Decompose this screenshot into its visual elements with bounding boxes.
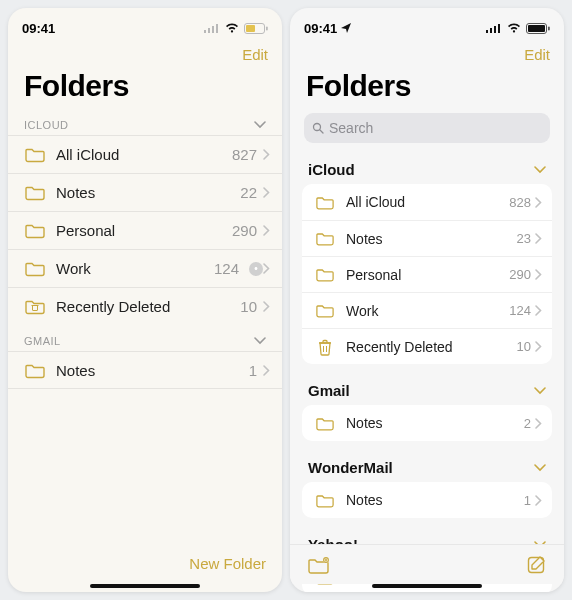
folder-count: 10 [240,298,257,315]
account-group: WonderMailNotes1 [302,451,552,518]
folder-count: 124 [214,260,239,277]
folder-label: Personal [56,222,232,239]
chevron-right-icon [263,225,270,236]
wifi-icon [225,23,239,33]
status-bar: 09:41 [8,8,282,42]
folder-row[interactable]: Work124• [8,249,282,287]
search-input[interactable]: Search [304,113,550,143]
section-header[interactable]: GMAIL [8,325,282,351]
navbar: Edit [8,42,282,69]
folder-groups[interactable]: iCloudAll iCloud828Notes23Personal290Wor… [290,153,564,592]
group-header[interactable]: iCloud [302,153,552,184]
folder-label: All iCloud [346,194,509,210]
folder-row[interactable]: Recently Deleted10 [8,287,282,325]
svg-rect-0 [204,30,206,33]
svg-rect-2 [212,26,214,33]
status-bar: 09:41 [290,8,564,42]
shared-indicator-icon: • [249,262,263,276]
status-icons [204,23,268,34]
folder-count: 1 [249,362,257,379]
folder-label: Notes [346,492,524,508]
folder-icon [24,362,46,379]
phone-right: 09:41 Edit Folders [290,8,564,592]
folder-row[interactable]: Notes1 [8,351,282,389]
folder-icon [314,493,336,508]
folder-count: 1 [524,493,531,508]
folder-row[interactable]: Personal290 [302,256,552,292]
folder-label: Personal [346,267,509,283]
group-header[interactable]: Gmail [302,374,552,405]
folder-label: Notes [56,184,240,201]
svg-rect-14 [528,25,545,32]
chevron-right-icon [535,269,542,280]
section-header[interactable]: ICLOUD [8,109,282,135]
folder-row[interactable]: Notes22 [8,173,282,211]
folder-row[interactable]: Recently Deleted10 [302,328,552,364]
folder-row[interactable]: Personal290 [8,211,282,249]
battery-icon [526,23,550,34]
search-placeholder: Search [329,120,373,136]
folder-label: Work [346,303,509,319]
folder-row[interactable]: Notes23 [302,220,552,256]
folder-row[interactable]: All iCloud828 [302,184,552,220]
folder-label: Work [56,260,214,277]
folder-row[interactable]: Notes2 [302,405,552,441]
cellular-icon [204,23,220,33]
wifi-icon [507,23,521,33]
group-header[interactable]: WonderMail [302,451,552,482]
chevron-right-icon [535,197,542,208]
folder-icon [314,195,336,210]
svg-point-16 [314,124,321,131]
group-title: iCloud [308,161,355,178]
chevron-right-icon [263,301,270,312]
svg-line-17 [320,130,323,133]
edit-button[interactable]: Edit [524,46,550,63]
chevron-down-icon [534,464,546,472]
chevron-right-icon [263,149,270,160]
status-time: 09:41 [22,21,55,36]
navbar: Edit [290,42,564,69]
folder-row[interactable]: Notes1 [302,482,552,518]
folder-icon [24,260,46,277]
folder-row[interactable]: Work124 [302,292,552,328]
group-card: Notes1 [302,482,552,518]
bottom-toolbar [290,544,564,584]
folder-count: 2 [524,416,531,431]
home-indicator [90,584,200,588]
folder-list[interactable]: ICLOUDAll iCloud827Notes22Personal290Wor… [8,109,282,592]
status-time: 09:41 [304,21,337,36]
folder-icon [314,231,336,246]
section-title: ICLOUD [24,119,69,131]
trash-icon [314,338,336,356]
chevron-right-icon [263,187,270,198]
svg-rect-15 [548,26,550,30]
page-title: Folders [8,69,282,109]
svg-rect-5 [246,25,255,32]
svg-rect-9 [486,30,488,33]
folder-row[interactable]: All iCloud827 [8,135,282,173]
folder-count: 290 [509,267,531,282]
trash-folder-icon [24,298,46,315]
battery-icon [244,23,268,34]
folder-count: 828 [509,195,531,210]
new-folder-button[interactable]: New Folder [189,555,266,572]
status-icons [486,23,550,34]
folder-count: 10 [517,339,531,354]
folder-icon [314,416,336,431]
folder-label: All iCloud [56,146,232,163]
home-indicator [372,584,482,588]
chevron-right-icon [535,305,542,316]
svg-rect-1 [208,28,210,33]
group-title: Gmail [308,382,350,399]
edit-button[interactable]: Edit [242,46,268,63]
svg-rect-10 [490,28,492,33]
chevron-right-icon [535,495,542,506]
compose-button[interactable] [526,555,546,575]
chevron-right-icon [535,233,542,244]
section-title: GMAIL [24,335,61,347]
new-folder-button[interactable] [308,556,330,574]
svg-rect-12 [498,24,500,33]
group-title: WonderMail [308,459,393,476]
svg-rect-11 [494,26,496,33]
chevron-right-icon [263,365,270,376]
